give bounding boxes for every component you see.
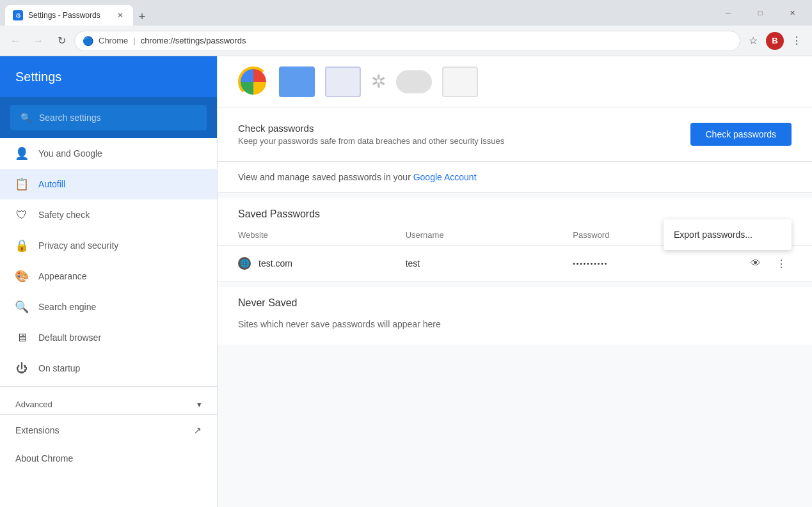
check-passwords-button[interactable]: Check passwords — [690, 123, 792, 146]
search-icon: 🔍 — [20, 113, 31, 123]
sidebar-item-privacy-security[interactable]: 🔒 Privacy and security — [0, 230, 217, 261]
password-col: •••••••••• — [573, 260, 740, 267]
username-value: test — [406, 258, 573, 269]
cloud-graphic — [396, 70, 432, 93]
sidebar-item-label: Autofill — [38, 179, 65, 189]
settings-main: ✲ Check passwords Keep your passwords sa… — [218, 56, 812, 507]
address-bar[interactable]: 🔵 Chrome | chrome://settings/passwords — [74, 31, 740, 51]
site-info: 🌐 test.com — [238, 257, 406, 270]
sidebar-item-label: Privacy and security — [38, 240, 118, 251]
table-row: 🌐 test.com test •••••••••• 👁 ⋮ — [218, 246, 812, 282]
advanced-section[interactable]: Advanced ▾ — [0, 389, 217, 412]
sidebar-item-on-startup[interactable]: ⏻ On startup — [0, 353, 217, 384]
more-options-button[interactable]: ⋮ — [771, 253, 792, 274]
show-password-button[interactable]: 👁 — [745, 253, 766, 274]
export-passwords-button[interactable]: Export passwords... — [664, 222, 792, 247]
website-column-header: Website — [238, 230, 406, 240]
search-settings-input[interactable]: 🔍 Search settings — [10, 105, 207, 130]
sidebar-item-label: About Chrome — [15, 453, 73, 464]
toolbar-icons: ☆ B ⋮ — [743, 31, 807, 51]
shield-check-icon: 🛡 — [15, 208, 28, 222]
site-name: test.com — [259, 258, 292, 269]
window-controls: ─ □ ✕ — [713, 3, 807, 23]
nav-separator-2 — [0, 414, 217, 415]
power-icon: ⏻ — [15, 362, 28, 375]
browser-navbar: ← → ↻ 🔵 Chrome | chrome://settings/passw… — [0, 26, 812, 56]
profile-button[interactable]: B — [766, 32, 784, 50]
password-dots: •••••••••• — [573, 260, 608, 267]
bookmark-button[interactable]: ☆ — [743, 31, 763, 51]
google-logo — [238, 66, 269, 97]
browser-titlebar: ⚙ Settings - Passwords ✕ + ─ □ ✕ — [0, 0, 812, 26]
search-icon: 🔍 — [15, 300, 28, 314]
blue-card-graphic — [279, 66, 315, 97]
sidebar-item-label: Default browser — [38, 332, 101, 343]
active-tab[interactable]: ⚙ Settings - Passwords ✕ — [5, 5, 133, 26]
sidebar-item-label: Safety check — [38, 210, 90, 220]
never-saved-section: Never Saved Sites which never save passw… — [218, 287, 812, 345]
sidebar-item-label: Extensions — [15, 425, 59, 435]
password-header-images: ✲ — [218, 56, 812, 107]
lock-icon: 🔒 — [15, 238, 28, 253]
export-menu: Export passwords... — [664, 219, 792, 250]
asterisk-icon: ✲ — [371, 71, 386, 92]
tab-title: Settings - Passwords — [28, 11, 110, 20]
minimize-button[interactable]: ─ — [713, 3, 743, 23]
settings-sidebar: Settings 🔍 Search settings 👤 You and Goo… — [0, 56, 218, 507]
settings-title: Settings — [15, 70, 61, 84]
username-column-header: Username — [406, 230, 573, 240]
sidebar-item-about-chrome[interactable]: About Chrome — [0, 443, 217, 474]
address-chrome-label: Chrome — [99, 36, 128, 45]
sidebar-item-autofill[interactable]: 📋 Autofill — [0, 169, 217, 199]
palette-icon: 🎨 — [15, 269, 28, 283]
tab-area: ⚙ Settings - Passwords ✕ + — [5, 0, 711, 26]
sidebar-item-label: On startup — [38, 363, 80, 373]
sidebar-item-you-and-google[interactable]: 👤 You and Google — [0, 138, 217, 169]
new-tab-button[interactable]: + — [133, 8, 151, 26]
check-passwords-title: Check passwords — [238, 123, 504, 134]
never-saved-title: Never Saved — [238, 297, 792, 309]
tab-close-button[interactable]: ✕ — [115, 10, 125, 20]
never-saved-empty-text: Sites which never save passwords will ap… — [238, 314, 792, 334]
check-passwords-section: Check passwords Keep your passwords safe… — [218, 107, 812, 162]
autofill-icon: 📋 — [15, 177, 28, 191]
search-placeholder: Search settings — [39, 113, 101, 123]
check-passwords-text: Check passwords Keep your passwords safe… — [238, 123, 504, 146]
external-link-icon: ↗ — [194, 425, 202, 435]
forward-button[interactable]: → — [28, 31, 49, 51]
sidebar-item-search-engine[interactable]: 🔍 Search engine — [0, 292, 217, 322]
sidebar-item-label: You and Google — [38, 148, 102, 159]
settings-header: Settings — [0, 56, 217, 97]
light-card-graphic — [442, 66, 478, 97]
saved-passwords-header: Saved Passwords Export passwords... — [218, 198, 812, 225]
more-vert-icon: ⋮ — [776, 258, 786, 270]
refresh-button[interactable]: ↻ — [51, 31, 72, 51]
google-account-link[interactable]: Google Account — [413, 172, 477, 182]
advanced-label: Advanced — [15, 400, 52, 409]
site-favicon: 🌐 — [238, 257, 251, 270]
view-manage-section: View and manage saved passwords in your … — [218, 162, 812, 193]
back-button[interactable]: ← — [5, 31, 26, 51]
secure-icon: 🔵 — [83, 36, 93, 46]
sidebar-item-appearance[interactable]: 🎨 Appearance — [0, 261, 217, 292]
eye-icon: 👁 — [751, 258, 761, 269]
chevron-down-icon: ▾ — [197, 400, 202, 409]
close-button[interactable]: ✕ — [777, 3, 807, 23]
sidebar-item-label: Search engine — [38, 302, 96, 312]
address-separator: | — [133, 36, 135, 45]
saved-passwords-section: Saved Passwords Export passwords... Webs… — [218, 198, 812, 282]
sidebar-item-safety-check[interactable]: 🛡 Safety check — [0, 199, 217, 230]
browser-icon: 🖥 — [15, 331, 28, 345]
settings-container: Settings 🔍 Search settings 👤 You and Goo… — [0, 56, 812, 507]
saved-passwords-title: Saved Passwords — [238, 208, 320, 220]
view-manage-prefix: View and manage saved passwords in your — [238, 172, 413, 182]
search-bar-container: 🔍 Search settings — [0, 97, 217, 138]
check-passwords-description: Keep your passwords safe from data breac… — [238, 136, 504, 146]
tab-favicon: ⚙ — [13, 10, 23, 20]
menu-button[interactable]: ⋮ — [786, 31, 807, 51]
gray-card-graphic — [325, 66, 361, 97]
sidebar-item-default-browser[interactable]: 🖥 Default browser — [0, 322, 217, 353]
maximize-button[interactable]: □ — [745, 3, 775, 23]
person-icon: 👤 — [15, 146, 28, 160]
sidebar-item-extensions[interactable]: Extensions ↗ — [0, 417, 217, 443]
